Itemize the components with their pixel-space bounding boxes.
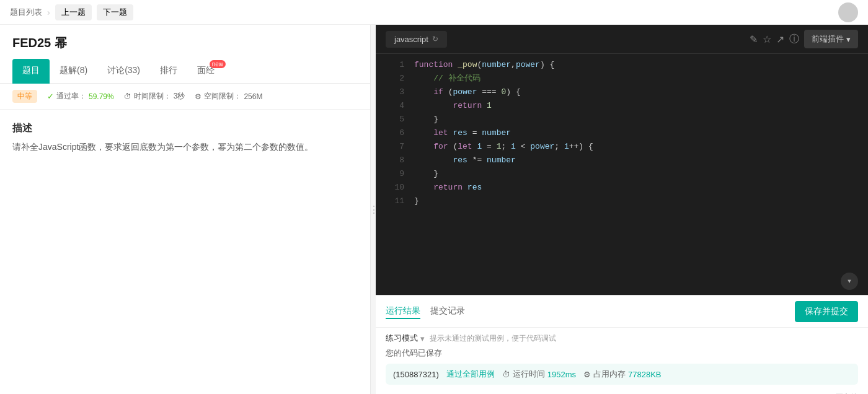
code-line-6: 6 let res = number <box>376 127 868 141</box>
tab-ranking[interactable]: 排行 <box>150 59 187 84</box>
chevron-down-icon: ▾ <box>846 35 851 44</box>
code-line-1: 1 function _pow(number,power) { <box>376 59 868 72</box>
tab-problem[interactable]: 题目 <box>12 59 50 84</box>
code-line-4: 4 return 1 <box>376 100 868 113</box>
meta-bar: 中等 ✓ 通过率： 59.79% ⏱ 时间限制： 3秒 ⚙ 空间限制： 256M <box>0 84 370 110</box>
difficulty-badge: 中等 <box>12 90 37 103</box>
code-line-10: 10 return res <box>376 182 868 195</box>
footer: CSDN @不良使 <box>376 390 868 394</box>
code-line-3: 3 if (power === 0) { <box>376 86 868 100</box>
breadcrumb[interactable]: 题目列表 <box>10 7 42 18</box>
right-panel: javascript ↻ ✎ ☆ ↗ ⓘ 前端插件 ▾ <box>376 25 868 394</box>
practice-hint: 提示未通过的测试用例，便于代码调试 <box>430 333 556 344</box>
editor-toolbar: javascript ↻ ✎ ☆ ↗ ⓘ 前端插件 ▾ <box>376 25 868 54</box>
plugin-button[interactable]: 前端插件 ▾ <box>804 30 858 48</box>
result-area: 练习模式 ▾ 提示未通过的测试用例，便于代码调试 您的代码已保存 (150887… <box>376 328 868 390</box>
interview-badge: new <box>210 60 226 68</box>
tabs-bar: 题目 题解(8) 讨论(33) 排行 面经 new <box>0 59 370 84</box>
memory-icon-result: ⚙ <box>583 370 591 379</box>
bottom-tabs-bar: 运行结果 提交记录 保存并提交 <box>376 296 868 328</box>
code-line-11: 11 } <box>376 195 868 209</box>
result-tab-group: 运行结果 提交记录 <box>386 304 465 319</box>
result-runtime-value: 1952ms <box>547 370 576 379</box>
result-runtime-group: ⏱ 运行时间 1952ms <box>502 369 576 380</box>
space-limit-item: ⚙ 空间限制： 256M <box>195 91 262 102</box>
code-line-5: 5 } <box>376 113 868 127</box>
avatar <box>838 2 858 22</box>
problem-content: 描述 请补全JavaScript函数，要求返回底数为第一个参数，幂为第二个参数的… <box>0 110 370 394</box>
code-line-2: 2 // 补全代码 <box>376 72 868 86</box>
chevron-down-icon: ▾ <box>420 334 425 343</box>
save-submit-button[interactable]: 保存并提交 <box>795 301 858 322</box>
panel-divider[interactable]: ⋮ <box>371 25 376 394</box>
tab-discussion[interactable]: 讨论(33) <box>97 59 150 84</box>
memory-icon: ⚙ <box>195 92 202 101</box>
prev-button[interactable]: 上一题 <box>55 4 92 20</box>
breadcrumb-sep: › <box>47 7 50 17</box>
edit-icon-btn[interactable]: ✎ <box>750 33 758 45</box>
star-icon-btn[interactable]: ☆ <box>763 33 771 45</box>
info-icon-btn[interactable]: ⓘ <box>789 33 799 46</box>
clock-icon: ⏱ <box>124 92 131 101</box>
tab-interview[interactable]: 面经 new <box>187 59 224 84</box>
saved-message: 您的代码已保存 <box>386 348 858 359</box>
tab-submit-record[interactable]: 提交记录 <box>430 304 465 319</box>
tab-solution[interactable]: 题解(8) <box>50 59 97 84</box>
language-selector[interactable]: javascript ↻ <box>386 31 447 48</box>
result-pass-text: 通过全部用例 <box>446 369 495 380</box>
code-line-7: 7 for (let i = 1; i < power; i++) { <box>376 141 868 154</box>
left-panel: FED25 幂 题目 题解(8) 讨论(33) 排行 面经 n <box>0 25 371 394</box>
desc-title: 描述 <box>12 122 358 135</box>
result-success-row: (150887321) 通过全部用例 ⏱ 运行时间 1952ms ⚙ 占用内存 … <box>386 364 858 385</box>
scroll-down-button[interactable]: ▾ <box>841 273 858 290</box>
problem-description: 请补全JavaScript函数，要求返回底数为第一个参数，幂为第二个参数的数值。 <box>12 140 358 154</box>
share-icon-btn[interactable]: ↗ <box>776 33 784 45</box>
refresh-icon: ↻ <box>432 35 438 43</box>
code-line-9: 9 } <box>376 168 868 182</box>
practice-mode-label: 练习模式 ▾ <box>386 333 425 344</box>
result-test-id: (150887321) <box>393 370 439 379</box>
pass-rate-item: ✓ 通过率： 59.79% <box>47 91 114 102</box>
time-limit-item: ⏱ 时间限制： 3秒 <box>124 91 185 102</box>
code-editor[interactable]: 1 function _pow(number,power) { 2 // 补全代… <box>376 54 868 295</box>
result-memory-value: 77828KB <box>628 370 662 379</box>
problem-title: FED25 幂 <box>12 35 358 51</box>
bottom-panel: 运行结果 提交记录 保存并提交 练习模式 ▾ <box>376 295 868 394</box>
clock-icon-result: ⏱ <box>502 370 510 379</box>
practice-mode-row: 练习模式 ▾ 提示未通过的测试用例，便于代码调试 <box>386 333 858 344</box>
top-bar: 题目列表 › 上一题 下一题 <box>0 0 868 25</box>
check-icon: ✓ <box>47 92 54 101</box>
language-label: javascript <box>394 35 428 44</box>
problem-header: FED25 幂 <box>0 25 370 59</box>
next-button[interactable]: 下一题 <box>97 4 133 20</box>
result-memory-group: ⚙ 占用内存 77828KB <box>583 369 662 380</box>
code-line-8: 8 res *= number <box>376 154 868 168</box>
tab-run-result[interactable]: 运行结果 <box>386 304 420 319</box>
